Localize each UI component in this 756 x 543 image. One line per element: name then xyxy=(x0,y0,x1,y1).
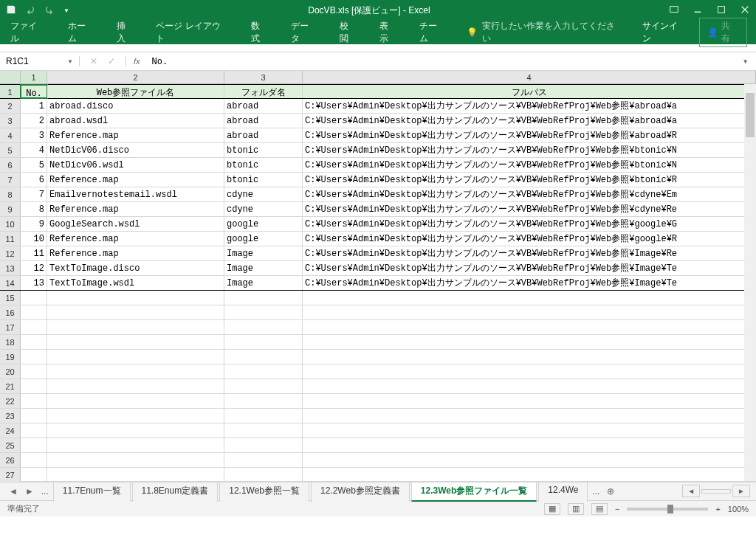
cell[interactable] xyxy=(303,453,756,467)
formula-input[interactable]: No. ▼ xyxy=(148,56,756,66)
select-all[interactable] xyxy=(0,71,21,83)
signin-link[interactable]: サインイン xyxy=(642,20,687,45)
cell[interactable]: 1 xyxy=(21,99,47,113)
row-header[interactable]: 17 xyxy=(0,320,21,334)
zoom-slider[interactable] xyxy=(627,508,708,511)
close-icon[interactable] xyxy=(740,4,750,17)
cell[interactable]: Image xyxy=(224,261,303,275)
cell[interactable] xyxy=(303,468,756,482)
cell[interactable] xyxy=(303,350,756,364)
row-header[interactable]: 3 xyxy=(0,114,21,128)
cell[interactable] xyxy=(303,409,756,423)
cell[interactable]: abroad xyxy=(224,99,303,113)
cell[interactable]: Reference.map xyxy=(47,128,224,142)
enter-icon[interactable]: ✓ xyxy=(108,56,115,66)
cell[interactable]: C:¥Users¥Admin¥Desktop¥出力サンプルのソース¥VB¥Web… xyxy=(303,246,756,260)
cell[interactable]: GoogleSearch.wsdl xyxy=(47,217,224,231)
cell[interactable]: abroad.disco xyxy=(47,99,224,113)
minimize-icon[interactable] xyxy=(693,4,703,17)
cell[interactable] xyxy=(224,291,303,305)
row-header[interactable]: 23 xyxy=(0,409,21,423)
sheet-tab[interactable]: 12.1Web参照一覧 xyxy=(219,481,309,502)
cell[interactable]: 7 xyxy=(21,187,47,201)
tab-layout[interactable]: ページ レイアウト xyxy=(154,17,230,48)
redo-icon[interactable] xyxy=(44,4,55,17)
cell[interactable] xyxy=(224,320,303,334)
sheet-trail-ellipsis[interactable]: ... xyxy=(589,486,602,497)
cell[interactable] xyxy=(21,364,47,378)
row-header[interactable]: 10 xyxy=(0,217,21,231)
cell[interactable] xyxy=(303,364,756,378)
cell[interactable] xyxy=(21,423,47,437)
chevron-down-icon[interactable]: ▼ xyxy=(67,58,73,65)
cell[interactable]: abroad xyxy=(224,114,303,128)
cell[interactable]: Image xyxy=(224,246,303,260)
name-box[interactable]: R1C1 ▼ xyxy=(0,56,80,66)
cell[interactable]: 9 xyxy=(21,217,47,231)
cell[interactable] xyxy=(21,320,47,334)
cell[interactable]: cdyne xyxy=(224,187,303,201)
cell[interactable] xyxy=(21,379,47,393)
tab-data[interactable]: データ xyxy=(289,17,319,48)
cell[interactable]: 6 xyxy=(21,173,47,187)
cell[interactable] xyxy=(21,453,47,467)
tab-review[interactable]: 校閲 xyxy=(338,17,359,48)
cell[interactable]: NetDicV06.disco xyxy=(47,143,224,157)
cell[interactable] xyxy=(47,394,224,408)
cell[interactable] xyxy=(303,305,756,319)
cell[interactable] xyxy=(303,291,756,305)
hscroll-thumb[interactable] xyxy=(701,489,731,494)
row-header[interactable]: 8 xyxy=(0,187,21,201)
hscroll-right[interactable]: ► xyxy=(732,485,750,497)
cancel-icon[interactable]: ✕ xyxy=(90,56,97,66)
cell[interactable]: C:¥Users¥Admin¥Desktop¥出力サンプルのソース¥VB¥Web… xyxy=(303,217,756,231)
expand-formula-icon[interactable]: ▼ xyxy=(743,58,752,65)
cell[interactable] xyxy=(21,291,47,305)
col-header-4[interactable]: 4 xyxy=(303,71,756,83)
cell[interactable]: abroad xyxy=(224,128,303,142)
cell[interactable]: フォルダ名 xyxy=(224,85,303,98)
cell[interactable]: 10 xyxy=(21,232,47,246)
cell[interactable] xyxy=(303,438,756,452)
row-header[interactable]: 19 xyxy=(0,350,21,364)
cell[interactable] xyxy=(224,423,303,437)
cell[interactable] xyxy=(303,335,756,349)
cell[interactable] xyxy=(224,379,303,393)
cell[interactable] xyxy=(47,364,224,378)
row-header[interactable]: 26 xyxy=(0,453,21,467)
cell[interactable] xyxy=(224,364,303,378)
new-sheet-icon[interactable]: ⊕ xyxy=(604,486,617,497)
col-header-2[interactable]: 2 xyxy=(47,71,224,83)
cell[interactable]: 4 xyxy=(21,143,47,157)
row-header[interactable]: 18 xyxy=(0,335,21,349)
undo-icon[interactable] xyxy=(25,4,35,17)
cell[interactable] xyxy=(47,350,224,364)
cell[interactable]: C:¥Users¥Admin¥Desktop¥出力サンプルのソース¥VB¥Web… xyxy=(303,187,756,201)
share-button[interactable]: 👤 共有 xyxy=(699,18,747,47)
cell[interactable]: cdyne xyxy=(224,202,303,216)
sheet-nav-prev[interactable]: ◄ xyxy=(6,486,21,497)
row-header[interactable]: 4 xyxy=(0,128,21,142)
cell[interactable]: Reference.map xyxy=(47,173,224,187)
zoom-in-icon[interactable]: + xyxy=(715,505,720,513)
cell[interactable]: C:¥Users¥Admin¥Desktop¥出力サンプルのソース¥VB¥Web… xyxy=(303,261,756,275)
cell[interactable] xyxy=(303,423,756,437)
row-header[interactable]: 27 xyxy=(0,468,21,482)
cell[interactable]: C:¥Users¥Admin¥Desktop¥出力サンプルのソース¥VB¥Web… xyxy=(303,158,756,172)
row-header[interactable]: 11 xyxy=(0,232,21,246)
cell[interactable] xyxy=(47,468,224,482)
row-header[interactable]: 24 xyxy=(0,423,21,437)
cell[interactable]: Emailvernotestemail.wsdl xyxy=(47,187,224,201)
cell[interactable]: 2 xyxy=(21,114,47,128)
cell[interactable]: 13 xyxy=(21,276,47,290)
cell[interactable]: C:¥Users¥Admin¥Desktop¥出力サンプルのソース¥VB¥Web… xyxy=(303,232,756,246)
sheet-tab[interactable]: 11.8Enum定義書 xyxy=(132,481,219,502)
cell[interactable]: abroad.wsdl xyxy=(47,114,224,128)
cell[interactable]: フルパス xyxy=(303,85,756,98)
row-header[interactable]: 12 xyxy=(0,246,21,260)
row-header[interactable]: 20 xyxy=(0,364,21,378)
cell[interactable]: Web参照ファイル名 xyxy=(47,85,224,98)
cell[interactable] xyxy=(47,423,224,437)
cell[interactable]: TextToImage.disco xyxy=(47,261,224,275)
cell[interactable] xyxy=(47,438,224,452)
